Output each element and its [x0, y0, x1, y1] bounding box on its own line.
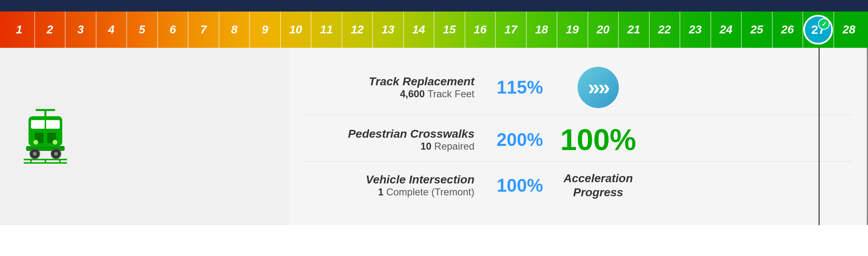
check-badge: ✓: [818, 18, 830, 30]
day-19: 19: [557, 12, 588, 48]
day-14: 14: [404, 12, 435, 48]
stat-label-0: Track Replacement4,600 Track Feet: [305, 75, 487, 100]
day-label: 15: [443, 23, 456, 36]
day-21: 21: [619, 12, 650, 48]
chevron-arrows: »»: [588, 77, 609, 98]
stat-sub-num-1: 10: [420, 141, 434, 152]
day-24: 24: [711, 12, 742, 48]
day-7: 7: [189, 12, 219, 48]
day-label: 20: [597, 23, 609, 36]
day-10: 10: [281, 12, 312, 48]
day-label: 10: [289, 23, 302, 36]
day-label: 1: [16, 23, 22, 36]
stat-sub-label-2: 1 Complete (Tremont): [305, 186, 474, 198]
chevron-icon: »»: [578, 67, 619, 108]
acceleration-text: AccelerationProgress: [553, 171, 644, 199]
stat-extra-1: 100%: [553, 125, 644, 155]
stat-percent-1: 200%: [487, 129, 553, 150]
stat-row-0: Track Replacement4,600 Track Feet115%»»: [305, 67, 851, 115]
current-day-badge: ✓27: [803, 15, 833, 45]
stat-extra-0: »»: [553, 67, 644, 108]
day-9: 9: [250, 12, 281, 48]
day-label: 11: [320, 23, 333, 36]
left-section: [0, 48, 289, 225]
day-label: 3: [77, 23, 84, 36]
day-label: 2: [47, 23, 53, 36]
current-day-line: [818, 48, 820, 225]
header-bar: [0, 0, 868, 12]
day-12: 12: [342, 12, 373, 48]
stat-percent-0: 115%: [487, 77, 553, 98]
day-label: 13: [382, 23, 394, 36]
day-3: 3: [66, 12, 97, 48]
stat-sub-label-0: 4,600 Track Feet: [305, 88, 474, 100]
day-label: 9: [262, 23, 268, 36]
right-section: Track Replacement4,600 Track Feet115%»»P…: [289, 48, 868, 225]
svg-point-7: [33, 140, 38, 145]
day-8: 8: [219, 12, 250, 48]
day-label: 14: [412, 23, 425, 36]
day-22: 22: [650, 12, 681, 48]
stat-sub-label-1: 10 Repaired: [305, 141, 474, 152]
day-15: 15: [434, 12, 465, 48]
day-6: 6: [158, 12, 189, 48]
stat-label-2: Vehicle Intersection1 Complete (Tremont): [305, 173, 487, 198]
timeline-container: 1234567891011121314151617181920212223242…: [0, 12, 868, 48]
day-label: 5: [139, 23, 145, 36]
day-label: 25: [750, 23, 763, 36]
day-label: 26: [781, 23, 794, 36]
day-label: 22: [658, 23, 671, 36]
day-4: 4: [97, 12, 127, 48]
stat-row-2: Vehicle Intersection1 Complete (Tremont)…: [305, 171, 851, 206]
timeline-bar: 1234567891011121314151617181920212223242…: [0, 12, 868, 48]
day-label: 28: [842, 23, 855, 36]
day-16: 16: [465, 12, 496, 48]
train-icon: [17, 108, 74, 165]
stat-percent-2: 100%: [487, 175, 553, 196]
day-20: 20: [588, 12, 619, 48]
day-label: 7: [200, 23, 207, 36]
stat-sub-num-2: 1: [378, 186, 386, 197]
day-label: 17: [505, 23, 517, 36]
day-5: 5: [127, 12, 158, 48]
stat-main-label-1: Pedestrian Crosswalks: [305, 127, 474, 141]
day-18: 18: [527, 12, 558, 48]
day-2: 2: [35, 12, 66, 48]
day-label: 16: [474, 23, 486, 36]
day-label: 8: [231, 23, 238, 36]
day-label: 18: [535, 23, 548, 36]
day-label: 19: [566, 23, 579, 36]
day-1: 1: [4, 12, 35, 48]
day-label: 24: [719, 23, 732, 36]
main-content: Track Replacement4,600 Track Feet115%»»P…: [0, 48, 868, 225]
day-label: 23: [689, 23, 702, 36]
day-25: 25: [742, 12, 773, 48]
stat-row-1: Pedestrian Crosswalks10 Repaired200%100%: [305, 125, 851, 162]
day-13: 13: [373, 12, 404, 48]
svg-point-8: [53, 140, 58, 145]
svg-point-12: [33, 152, 37, 155]
day-label: 6: [170, 23, 176, 36]
stat-main-label-0: Track Replacement: [305, 75, 474, 88]
big-percent-value: 100%: [553, 125, 644, 155]
day-26: 26: [773, 12, 804, 48]
day-27: ✓27: [803, 12, 834, 48]
day-label: 4: [108, 23, 115, 36]
day-17: 17: [496, 12, 527, 48]
stat-label-1: Pedestrian Crosswalks10 Repaired: [305, 127, 487, 152]
stat-sub-num-0: 4,600: [400, 88, 427, 99]
stat-extra-2: AccelerationProgress: [553, 171, 644, 199]
day-label: 12: [351, 23, 363, 36]
day-23: 23: [680, 12, 711, 48]
page-wrapper: 1234567891011121314151617181920212223242…: [0, 0, 868, 225]
day-11: 11: [311, 12, 342, 48]
day-28: 28: [834, 12, 864, 48]
stats-container: Track Replacement4,600 Track Feet115%»»P…: [305, 67, 851, 206]
timeline-days: 1234567891011121314151617181920212223242…: [4, 12, 864, 48]
day-label: 21: [627, 23, 640, 36]
stat-main-label-2: Vehicle Intersection: [305, 173, 474, 186]
svg-point-13: [54, 152, 58, 155]
